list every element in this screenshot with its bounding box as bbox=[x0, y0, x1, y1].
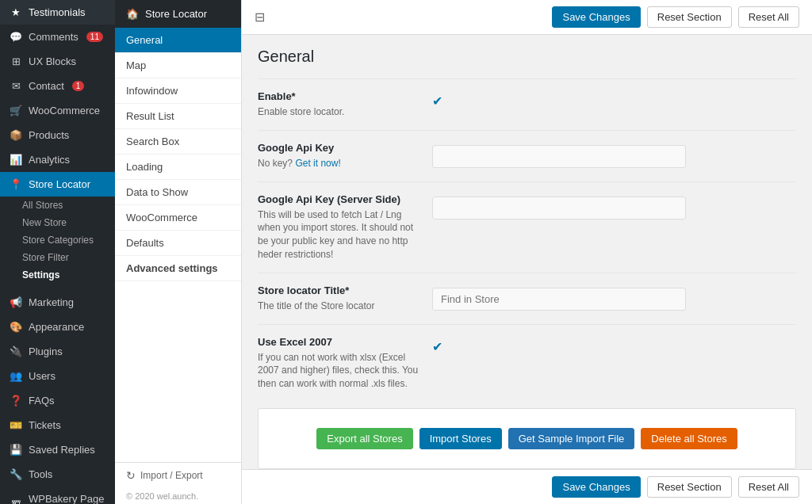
sidebar-item-users[interactable]: 👥 Users bbox=[0, 364, 115, 388]
main-toolbar: ⊟ Save Changes Reset Section Reset All bbox=[242, 0, 812, 35]
submenu-item-defaults[interactable]: Defaults bbox=[115, 231, 241, 256]
comments-badge: 11 bbox=[86, 32, 103, 42]
reset-section-button-top[interactable]: Reset Section bbox=[647, 6, 732, 28]
reset-all-button-bottom[interactable]: Reset All bbox=[738, 476, 799, 498]
submenu-panel: 🏠 Store Locator General Map Infowindow R… bbox=[115, 0, 242, 504]
enable-checkmark: ✔ bbox=[432, 94, 442, 109]
save-changes-button-top[interactable]: Save Changes bbox=[552, 6, 640, 28]
store-locator-title-input[interactable] bbox=[432, 288, 686, 311]
field-google-api-key: Google Api Key No key? Get it now! AIzaS… bbox=[258, 130, 796, 181]
sidebar-item-contact[interactable]: ✉ Contact 1 bbox=[0, 74, 115, 98]
field-google-api-key-server-control bbox=[432, 193, 796, 262]
field-google-api-key-server-name: Google Api Key (Server Side) bbox=[258, 193, 419, 205]
copyright: © 2020 wel.aunch. bbox=[115, 488, 241, 504]
submenu-item-data-to-show[interactable]: Data to Show bbox=[115, 180, 241, 205]
sidebar-item-ux-blocks[interactable]: ⊞ UX Blocks bbox=[0, 49, 115, 74]
sidebar-item-wpbakery[interactable]: 🏗 WPBakery Page Builder bbox=[0, 487, 115, 504]
contact-icon: ✉ bbox=[10, 80, 22, 92]
field-google-api-key-control: AIzaSyBZYtvmxbGYXhWKexKOaFAb-X_9LOA-y14 bbox=[432, 142, 796, 170]
marketing-icon: 📢 bbox=[10, 296, 22, 308]
import-stores-button[interactable]: Import Stores bbox=[419, 428, 502, 449]
sidebar-sub-store-filter[interactable]: Store Filter bbox=[0, 249, 115, 266]
field-use-excel-2007-desc: If you can not work with xlsx (Excel 200… bbox=[258, 351, 419, 391]
sidebar-sub-all-stores[interactable]: All Stores bbox=[0, 197, 115, 214]
field-google-api-key-server-label: Google Api Key (Server Side) This will b… bbox=[258, 193, 432, 262]
woocommerce-icon: 🛒 bbox=[10, 105, 22, 116]
google-api-key-server-input[interactable] bbox=[432, 197, 686, 220]
save-changes-button-bottom[interactable]: Save Changes bbox=[552, 476, 640, 498]
saved-replies-icon: 💾 bbox=[10, 444, 22, 456]
sidebar-item-saved-replies[interactable]: 💾 Saved Replies bbox=[0, 437, 115, 462]
submenu-item-search-box[interactable]: Search Box bbox=[115, 129, 241, 155]
import-export-label: Import / Export bbox=[140, 470, 203, 481]
sidebar-item-plugins[interactable]: 🔌 Plugins bbox=[0, 339, 115, 364]
import-export-section: Export all Stores Import Stores Get Samp… bbox=[258, 408, 796, 469]
field-enable-name: Enable* bbox=[258, 90, 419, 102]
sidebar: ★ Testimonials 💬 Comments 11 ⊞ UX Blocks… bbox=[0, 0, 115, 504]
submenu-item-map[interactable]: Map bbox=[115, 53, 241, 78]
field-google-api-key-label: Google Api Key No key? Get it now! bbox=[258, 142, 432, 170]
sidebar-item-store-locator[interactable]: 📍 Store Locator bbox=[0, 172, 115, 197]
field-google-api-key-desc: No key? Get it now! bbox=[258, 157, 419, 170]
grid-icon: ⊟ bbox=[255, 10, 265, 25]
google-api-key-input[interactable]: AIzaSyBZYtvmxbGYXhWKexKOaFAb-X_9LOA-y14 bbox=[432, 145, 686, 168]
wpbakery-icon: 🏗 bbox=[10, 499, 22, 505]
field-google-api-key-name: Google Api Key bbox=[258, 142, 419, 154]
use-excel-2007-checkmark: ✔ bbox=[432, 339, 442, 354]
main-content: General Enable* Enable store locator. ✔ … bbox=[242, 35, 812, 469]
sidebar-item-woocommerce[interactable]: 🛒 WooCommerce bbox=[0, 98, 115, 123]
appearance-icon: 🎨 bbox=[10, 321, 22, 333]
submenu-header-icon: 🏠 bbox=[126, 8, 139, 20]
field-store-locator-title-control bbox=[432, 284, 796, 313]
sidebar-item-tickets[interactable]: 🎫 Tickets bbox=[0, 413, 115, 437]
field-use-excel-2007-name: Use Excel 2007 bbox=[258, 336, 419, 348]
sidebar-item-appearance[interactable]: 🎨 Appearance bbox=[0, 315, 115, 339]
sidebar-item-marketing[interactable]: 📢 Marketing bbox=[0, 290, 115, 315]
sidebar-item-testimonials[interactable]: ★ Testimonials bbox=[0, 0, 115, 25]
submenu-item-general[interactable]: General bbox=[115, 28, 241, 53]
field-use-excel-2007-control: ✔ bbox=[432, 336, 796, 391]
field-google-api-key-server: Google Api Key (Server Side) This will b… bbox=[258, 181, 796, 273]
sidebar-item-products[interactable]: 📦 Products bbox=[0, 123, 115, 147]
submenu-item-infowindow[interactable]: Infowindow bbox=[115, 78, 241, 104]
submenu-item-woocommerce[interactable]: WooCommerce bbox=[115, 205, 241, 231]
tickets-icon: 🎫 bbox=[10, 419, 22, 431]
sidebar-item-tools[interactable]: 🔧 Tools bbox=[0, 462, 115, 487]
field-use-excel-2007-label: Use Excel 2007 If you can not work with … bbox=[258, 336, 432, 391]
reset-all-button-top[interactable]: Reset All bbox=[738, 6, 799, 28]
submenu-header-title: Store Locator bbox=[145, 8, 207, 20]
field-store-locator-title: Store locator Title* The title of the St… bbox=[258, 273, 796, 324]
field-enable-desc: Enable store locator. bbox=[258, 105, 419, 119]
field-enable: Enable* Enable store locator. ✔ bbox=[258, 78, 796, 130]
export-all-stores-button[interactable]: Export all Stores bbox=[316, 428, 412, 449]
submenu-item-loading[interactable]: Loading bbox=[115, 155, 241, 180]
field-google-api-key-server-desc: This will be used to fetch Lat / Lng whe… bbox=[258, 208, 419, 262]
submenu-import-export[interactable]: ↻ Import / Export bbox=[115, 462, 241, 488]
tools-icon: 🔧 bbox=[10, 468, 22, 480]
plugins-icon: 🔌 bbox=[10, 346, 22, 357]
sidebar-sub-new-store[interactable]: New Store bbox=[0, 214, 115, 231]
field-store-locator-title-label: Store locator Title* The title of the St… bbox=[258, 284, 432, 313]
contact-badge: 1 bbox=[72, 81, 85, 91]
field-use-excel-2007: Use Excel 2007 If you can not work with … bbox=[258, 324, 796, 402]
get-sample-import-file-button[interactable]: Get Sample Import File bbox=[508, 428, 635, 449]
get-api-key-link[interactable]: Get it now! bbox=[295, 158, 340, 169]
field-store-locator-title-desc: The title of the Store locator bbox=[258, 300, 419, 313]
submenu-item-result-list[interactable]: Result List bbox=[115, 104, 241, 129]
field-store-locator-title-name: Store locator Title* bbox=[258, 284, 419, 296]
import-export-buttons: Export all Stores Import Stores Get Samp… bbox=[268, 418, 786, 459]
sidebar-sub-store-categories[interactable]: Store Categories bbox=[0, 231, 115, 249]
sidebar-sub-settings[interactable]: Settings bbox=[0, 266, 115, 284]
submenu-item-advanced-settings[interactable]: Advanced settings bbox=[115, 256, 241, 281]
sidebar-item-analytics[interactable]: 📊 Analytics bbox=[0, 147, 115, 172]
sidebar-item-comments[interactable]: 💬 Comments 11 bbox=[0, 25, 115, 49]
reset-section-button-bottom[interactable]: Reset Section bbox=[647, 476, 732, 498]
store-locator-icon: 📍 bbox=[10, 178, 22, 190]
sidebar-item-faqs[interactable]: ❓ FAQs bbox=[0, 388, 115, 413]
faqs-icon: ❓ bbox=[10, 395, 22, 407]
delete-all-stores-button[interactable]: Delete all Stores bbox=[641, 428, 737, 449]
main-footer: Save Changes Reset Section Reset All bbox=[242, 469, 812, 504]
products-icon: 📦 bbox=[10, 129, 22, 141]
analytics-icon: 📊 bbox=[10, 154, 22, 166]
testimonials-icon: ★ bbox=[10, 6, 22, 18]
